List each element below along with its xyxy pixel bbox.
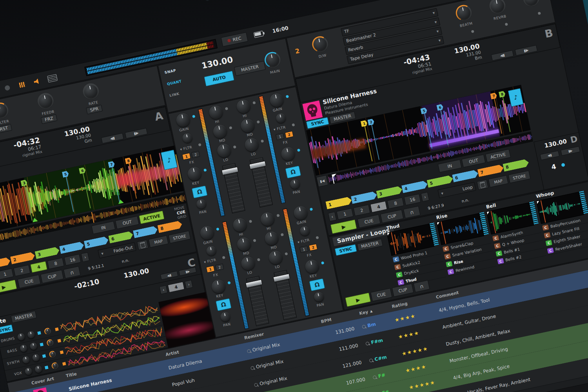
fx2-knob[interactable] [522,0,540,8]
loop-size-8[interactable]: 8 [47,258,64,269]
stem-fx-knob[interactable] [27,330,35,339]
hotcue-pad-3[interactable]: 3 [34,246,60,259]
hotcue-pad-4[interactable]: 4 [59,241,85,254]
hotcue-pad-4[interactable]: 4 [401,180,428,193]
stem-fx-knob[interactable] [32,354,40,362]
hotcue-pad-7[interactable]: 7 [477,164,505,177]
stem-fx-knob[interactable] [29,342,38,350]
headphone-cue-button[interactable]: Ω [192,185,208,198]
stem-fx-on-button[interactable] [55,327,58,331]
lo-knob[interactable] [240,256,256,271]
filter-knob[interactable] [275,113,286,123]
fx1-rst-button[interactable]: RST [0,124,12,134]
stem-volume-knob[interactable] [44,327,52,335]
stem-filter-knob[interactable] [20,344,28,352]
filter-on-button[interactable] [198,143,201,146]
dw-knob[interactable] [311,35,329,53]
store-button[interactable]: STORE [508,171,530,183]
headphone-cue-button[interactable]: Ω [216,298,232,311]
fx1-assign-button[interactable]: 1 [299,246,309,253]
mixer-link-label[interactable]: LINK [169,92,180,98]
jump-fwd-button[interactable]: ▮▶ [179,267,197,276]
deck-d-cue-button[interactable]: CUE [370,288,392,301]
hotcue-pad-1[interactable]: 1 [325,196,352,209]
fx2-on-button[interactable] [471,30,474,33]
filter-on-button[interactable] [292,123,295,126]
headphone-cue-button[interactable]: Ω [309,278,325,291]
filter-knob[interactable] [299,225,310,236]
md-kill-button[interactable] [229,126,232,129]
fx2-knob[interactable] [488,0,506,15]
filter-on-button[interactable] [316,236,319,239]
delete-cue-button[interactable] [477,180,488,190]
hotcue-pad-5[interactable]: 5 [427,175,454,188]
fx2-on-button[interactable] [537,12,541,15]
stem-filter-knob[interactable] [24,367,33,376]
lo-kill-button[interactable] [285,252,288,255]
fx-knob[interactable] [82,82,100,100]
jump-back-button[interactable]: ◀▮ [101,133,124,143]
hi-knob[interactable] [208,104,224,120]
hi-kill-button[interactable] [249,220,252,223]
stem-fx-on-button[interactable] [60,350,64,354]
speaker-icon[interactable] [33,78,40,85]
stem-volume-knob[interactable] [46,339,54,347]
jump-fwd-button[interactable]: ▮▶ [561,146,580,156]
loop-bigger-button[interactable]: › [81,252,89,262]
loop-size-8[interactable]: 8 [387,197,404,209]
lo-knob[interactable] [244,137,260,152]
deck-d-play-button[interactable]: ▶ [345,292,371,307]
hotcue-pad-6[interactable]: 6 [452,169,479,182]
stem-fx-on-button[interactable] [58,339,61,343]
gain-knob[interactable] [199,225,215,241]
lo-knob[interactable] [216,143,232,158]
main-knob[interactable] [263,51,281,69]
lo-knob[interactable] [268,250,283,265]
map-button[interactable]: MAP [488,175,508,187]
hotcue-pad-6[interactable]: 6 [108,231,134,243]
loop-in-button[interactable]: IN [438,160,462,173]
key-knob[interactable] [304,259,320,274]
deck-c-loop-bigger[interactable]: › [185,280,193,289]
cue-grid-icon[interactable] [19,82,25,88]
loop-out-button[interactable]: OUT [115,216,139,229]
loop-active-button[interactable]: ACTIVE [485,149,511,162]
hotcue-pad-1[interactable]: 1 [0,257,11,269]
fx1-assign-button[interactable]: 1 [206,265,215,273]
loop-size-1[interactable]: 1 [336,208,354,220]
gain-knob[interactable] [175,112,191,128]
md-knob[interactable] [240,118,255,133]
stem-fx-knob[interactable] [34,365,43,373]
map-button[interactable]: MAP [148,235,169,247]
fx2-on-button[interactable] [505,23,508,26]
jump-back-button[interactable]: ◀▮ [160,271,178,280]
md-kill-button[interactable] [281,233,284,236]
fx2-knob[interactable] [454,4,473,22]
loop-size-4[interactable]: 4 [370,201,387,213]
pan-knob[interactable] [196,198,207,209]
rec-button[interactable]: REC [221,32,248,47]
sampler-sync-button[interactable]: SYNC [335,244,357,256]
loop-bigger-button[interactable]: › [421,192,429,202]
stem-filter-on-button[interactable] [42,354,46,358]
fx1-assign-button[interactable]: 1 [182,153,191,160]
master-button[interactable]: MASTER [234,61,266,76]
md-knob[interactable] [212,123,228,139]
fx2-assign-button[interactable]: 2 [309,244,318,251]
hi-kill-button[interactable] [276,214,279,217]
fx-knob[interactable] [36,91,54,110]
stem-volume-knob[interactable] [51,362,59,370]
md-knob[interactable] [236,236,252,252]
mixer-snap-label[interactable]: SNAP [164,68,176,74]
fx2-assign-button[interactable]: 2 [285,131,294,138]
fx-knob[interactable] [0,101,10,120]
loop-in-button[interactable]: IN [91,221,115,234]
hotcue-pad-2[interactable]: 2 [351,191,378,204]
md-knob[interactable] [264,230,279,246]
gain-knob[interactable] [293,205,309,221]
skip-start-button[interactable]: ▮◀ [316,175,328,187]
jump-back-button[interactable]: ◀▮ [540,151,559,160]
fx2-assign-button[interactable]: 2 [215,263,224,271]
hotcue-pad-7[interactable]: 7 [133,225,158,238]
fx2-assign-button[interactable]: 2 [191,151,200,158]
